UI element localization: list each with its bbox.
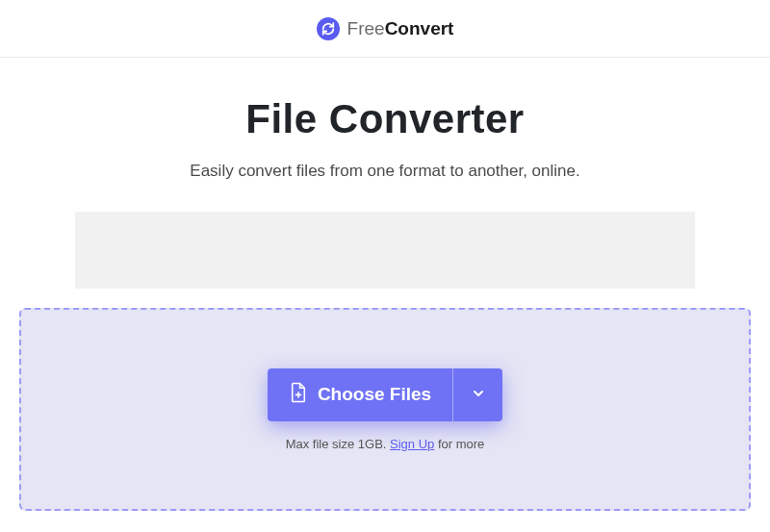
logo-text: FreeConvert xyxy=(347,18,454,39)
logo[interactable]: FreeConvert xyxy=(317,17,454,40)
file-size-hint: Max file size 1GB. Sign Up for more xyxy=(286,437,485,451)
file-add-icon xyxy=(289,382,308,408)
chevron-down-icon xyxy=(471,386,486,404)
ad-placeholder xyxy=(75,212,695,289)
dropzone[interactable]: Choose Files Max file size 1GB. Sign Up … xyxy=(19,308,751,511)
choose-files-label: Choose Files xyxy=(318,384,431,405)
refresh-icon xyxy=(317,17,340,40)
signup-link[interactable]: Sign Up xyxy=(390,437,434,451)
page-subtitle: Easily convert files from one format to … xyxy=(10,162,760,181)
main-content: File Converter Easily convert files from… xyxy=(0,58,770,532)
choose-files-dropdown[interactable] xyxy=(452,368,502,421)
header: FreeConvert xyxy=(0,0,770,58)
choose-files-button[interactable]: Choose Files xyxy=(268,368,452,421)
page-title: File Converter xyxy=(10,96,760,142)
choose-files-group: Choose Files xyxy=(268,368,502,421)
